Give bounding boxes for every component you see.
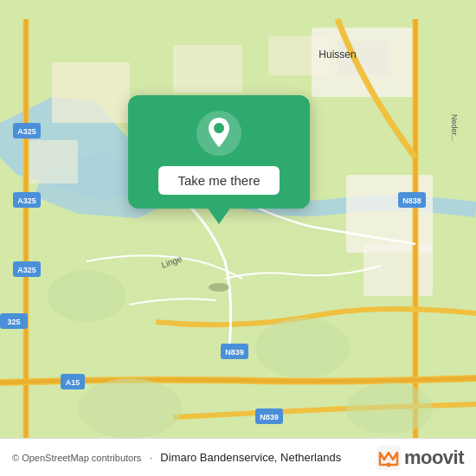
- bottom-bar: © OpenStreetMap contributors · Dimaro Ba…: [0, 438, 476, 476]
- svg-text:A15: A15: [66, 378, 80, 387]
- moovit-logo: moovit: [376, 446, 464, 470]
- popup-card: Take me there: [128, 95, 310, 209]
- copyright-text: © OpenStreetMap contributors: [12, 453, 141, 463]
- svg-point-35: [209, 283, 229, 292]
- location-title: Dimaro Bandenservice, Netherlands: [160, 451, 341, 464]
- svg-text:325: 325: [7, 318, 20, 326]
- svg-text:Huissen: Huissen: [318, 48, 356, 61]
- svg-text:A325: A325: [17, 196, 36, 205]
- svg-rect-3: [26, 140, 78, 183]
- bottom-left: © OpenStreetMap contributors · Dimaro Ba…: [12, 451, 341, 464]
- map-svg: A325 A325 N838 N838 N839 N839 A15 Huisse…: [0, 0, 476, 476]
- svg-point-33: [78, 378, 182, 439]
- svg-rect-4: [173, 45, 242, 93]
- svg-point-31: [48, 270, 125, 322]
- svg-text:Neder...: Neder...: [450, 114, 459, 142]
- svg-rect-2: [52, 62, 130, 123]
- moovit-brand-text: moovit: [404, 447, 464, 469]
- svg-text:N839: N839: [225, 348, 244, 357]
- svg-text:A325: A325: [17, 127, 36, 136]
- moovit-icon: [376, 446, 401, 470]
- map-container: A325 A325 N838 N838 N839 N839 A15 Huisse…: [0, 0, 476, 476]
- svg-point-37: [214, 123, 224, 133]
- svg-point-32: [255, 318, 351, 378]
- svg-rect-8: [346, 175, 433, 253]
- svg-point-40: [386, 462, 390, 466]
- take-me-there-button[interactable]: Take me there: [158, 166, 279, 195]
- location-pin-icon: [196, 111, 241, 156]
- svg-text:N839: N839: [260, 413, 279, 421]
- svg-point-34: [346, 383, 433, 434]
- svg-text:N838: N838: [402, 196, 421, 205]
- svg-text:A325: A325: [17, 266, 36, 274]
- svg-rect-9: [363, 244, 433, 296]
